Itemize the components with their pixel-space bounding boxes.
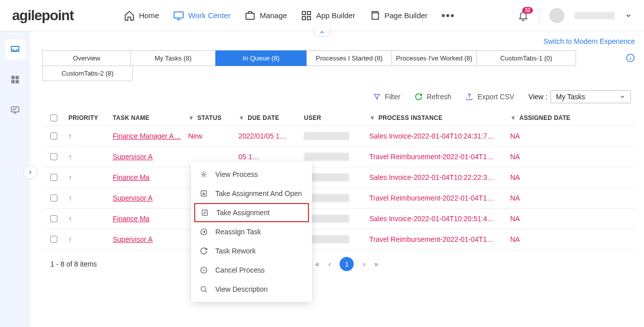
left-sidebar	[0, 31, 30, 327]
menu-icon	[199, 170, 208, 179]
row-checkbox[interactable]	[50, 153, 57, 160]
top-bar: agilepoint Home Work Center Manage App B…	[0, 0, 644, 31]
tab-my-tasks[interactable]: My Tasks (8)	[130, 50, 216, 66]
info-button[interactable]	[626, 50, 635, 62]
header-priority[interactable]: PRIORITY	[68, 114, 113, 121]
svg-rect-10	[16, 80, 19, 84]
page-current[interactable]: 1	[340, 257, 354, 271]
context-menu-item[interactable]: Cancel Process	[191, 260, 312, 280]
toolbar: Filter Refresh Export CSV View : My Task…	[42, 90, 635, 103]
nav-page-builder[interactable]: Page Builder	[369, 10, 428, 21]
header-user[interactable]: USER	[304, 114, 369, 121]
task-link[interactable]: Supervisor A	[113, 235, 152, 243]
process-instance: Travel Reimbursement-2022-01-04T1…	[369, 194, 494, 202]
row-checkbox[interactable]	[50, 194, 57, 202]
row-checkbox[interactable]	[50, 174, 57, 181]
page-next[interactable]: ›	[363, 260, 365, 268]
collapse-header-tab[interactable]	[313, 28, 331, 37]
tab-processes-worked[interactable]: Processes I've Worked (8)	[391, 50, 477, 66]
items-count: 1 - 8 of 8 items	[50, 260, 97, 268]
select-all-checkbox[interactable]	[50, 114, 57, 121]
nav-work-center-label: Work Center	[188, 11, 230, 20]
context-menu-item[interactable]: Take Assignment	[194, 203, 309, 222]
context-menu-item[interactable]: View Process	[191, 165, 312, 184]
process-instance: Sales Invoice-2022-01-04T10:24:31:7…	[369, 132, 494, 140]
menu-icon	[199, 246, 208, 255]
chevron-down-icon[interactable]	[625, 12, 632, 19]
process-instance: Sales Invoice-2022-01-04T10:22:22:3…	[369, 173, 494, 181]
briefcase-icon	[245, 10, 256, 21]
tab-in-queue[interactable]: In Queue (8)	[215, 50, 307, 66]
header-assigned[interactable]: ▼ASSIGNED DATE	[510, 114, 581, 121]
svg-point-18	[201, 287, 206, 291]
context-menu-item[interactable]: Reassign Task	[191, 222, 312, 241]
tab-overview[interactable]: Overview	[42, 50, 131, 66]
task-link[interactable]: Finance Ma	[113, 173, 149, 181]
process-instance: Sales Invoice-2022-01-04T10:20:51:4…	[369, 215, 494, 223]
row-checkbox[interactable]	[50, 215, 57, 222]
svg-rect-8	[16, 76, 19, 80]
nav-page-builder-label: Page Builder	[384, 11, 428, 20]
sidebar-apps[interactable]	[5, 70, 25, 90]
task-table: PRIORITY TASK NAME ▼STATUS ▼DUE DATE USE…	[42, 110, 635, 278]
sidebar-expand-button[interactable]	[23, 165, 37, 179]
priority-arrow-icon: ↑	[68, 215, 72, 223]
context-menu-item[interactable]: Task Rework	[191, 241, 312, 260]
switch-experience-link[interactable]: Switch to Modern Experience	[543, 37, 635, 45]
header-task[interactable]: TASK NAME	[113, 114, 188, 121]
due-date: 2022/01/05 1…	[238, 132, 287, 140]
nav-more[interactable]	[442, 14, 454, 17]
svg-rect-15	[202, 210, 208, 216]
task-link[interactable]: Supervisor A	[113, 194, 152, 202]
page-prev[interactable]: ‹	[329, 260, 331, 268]
pagination: « ‹ 1 › »	[315, 257, 378, 271]
user-name-redacted	[575, 12, 615, 19]
tab-processes-started[interactable]: Processes I Started (8)	[306, 50, 392, 66]
tab-row-1: Overview My Tasks (8) In Queue (8) Proce…	[42, 50, 576, 66]
menu-label: Reassign Task	[215, 228, 261, 236]
table-row: ↑ Supervisor A 05 1… Travel Reimbursemen…	[42, 187, 635, 208]
view-select[interactable]: My Tasks	[550, 90, 631, 103]
notifications[interactable]: 32	[518, 10, 529, 21]
user-avatar[interactable]	[549, 8, 565, 23]
task-link[interactable]: Finance Manager A…	[113, 132, 181, 140]
chevron-up-icon	[319, 29, 325, 35]
sidebar-analytics[interactable]	[5, 100, 25, 120]
header-process[interactable]: ▼PROCESS INSTANCE	[369, 114, 510, 121]
chevron-down-icon	[619, 94, 625, 100]
nav-work-center[interactable]: Work Center	[173, 10, 230, 21]
context-menu-item[interactable]: View Description	[191, 280, 312, 299]
view-value: My Tasks	[556, 93, 585, 101]
topbar-right: 32	[518, 8, 632, 23]
view-label: View :	[528, 93, 547, 101]
svg-rect-9	[12, 80, 15, 84]
export-button[interactable]: Export CSV	[465, 93, 514, 101]
context-menu: View ProcessTake Assignment And OpenTake…	[191, 162, 312, 302]
nav-home[interactable]: Home	[124, 10, 159, 21]
svg-rect-1	[246, 13, 255, 19]
header-status[interactable]: ▼STATUS	[188, 114, 238, 121]
table-footer: 1 - 8 of 8 items « ‹ 1 › »	[42, 249, 635, 278]
table-row: ↑ Supervisor A 05 1… Travel Reimbursemen…	[42, 146, 635, 167]
nav-app-builder[interactable]: App Builder	[301, 10, 355, 21]
row-checkbox[interactable]	[50, 133, 57, 140]
task-link[interactable]: Supervisor A	[113, 153, 152, 161]
filter-button[interactable]: Filter	[373, 93, 400, 101]
task-link[interactable]: Finance Ma	[113, 215, 149, 223]
page-first[interactable]: «	[315, 260, 319, 268]
header-due[interactable]: ▼DUE DATE	[238, 114, 304, 121]
sidebar-inbox[interactable]	[5, 39, 25, 59]
info-icon	[626, 53, 635, 62]
menu-label: Take Assignment	[216, 209, 270, 217]
context-menu-item[interactable]: Take Assignment And Open	[191, 184, 312, 203]
page-last[interactable]: »	[374, 260, 378, 268]
filter-label: Filter	[385, 93, 400, 101]
refresh-button[interactable]: Refresh	[415, 93, 451, 101]
process-instance: Travel Reimbursement-2022-01-04T1…	[369, 153, 494, 161]
tab-custom-2[interactable]: CustomTabs-2 (8)	[42, 66, 133, 81]
nav-manage[interactable]: Manage	[245, 10, 287, 21]
tab-custom-1[interactable]: CustomTabs-1 (0)	[476, 50, 576, 66]
user-redacted	[304, 153, 349, 161]
filter-icon: ▼	[369, 114, 375, 121]
row-checkbox[interactable]	[50, 236, 57, 243]
